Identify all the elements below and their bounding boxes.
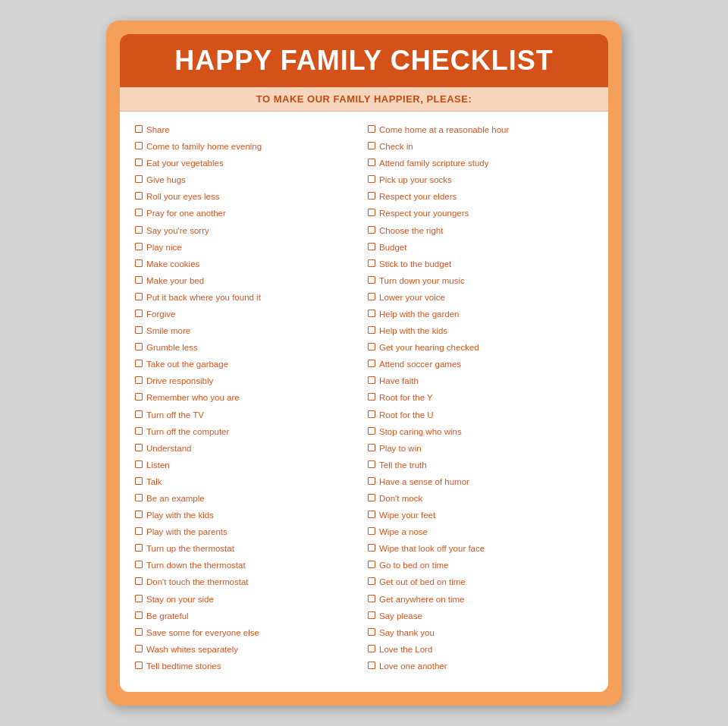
list-item: Make cookies (135, 258, 360, 270)
list-item: Listen (135, 459, 360, 471)
list-item: Have a sense of humor (368, 476, 593, 488)
left-column: ShareCome to family home eveningEat your… (135, 124, 360, 677)
checkbox-icon[interactable] (368, 410, 375, 418)
list-item: Stick to the budget (368, 258, 593, 270)
list-item: Love the Lord (368, 643, 593, 655)
list-item: Respect your elders (368, 190, 593, 203)
list-item: Love one another (368, 660, 593, 672)
checkbox-icon[interactable] (135, 276, 143, 284)
checkbox-icon[interactable] (368, 175, 375, 183)
checkbox-icon[interactable] (368, 326, 375, 334)
right-column: Come home at a reasonable hourCheck inAt… (368, 124, 593, 677)
checkbox-icon[interactable] (368, 645, 375, 652)
checkbox-icon[interactable] (368, 561, 375, 568)
checkbox-icon[interactable] (368, 477, 375, 485)
list-item: Turn up the thermostat (135, 542, 360, 555)
checkbox-icon[interactable] (368, 544, 375, 552)
list-item: Turn down the thermostat (135, 559, 360, 571)
checkbox-icon[interactable] (135, 444, 143, 451)
list-item: Talk (135, 476, 360, 488)
checkbox-icon[interactable] (135, 628, 143, 636)
checkbox-icon[interactable] (135, 209, 143, 216)
list-item: Root for the Y (368, 391, 593, 404)
checkbox-icon[interactable] (135, 477, 143, 485)
list-item: Don't mock (368, 492, 593, 504)
checkbox-icon[interactable] (135, 460, 143, 468)
list-item: Understand (135, 442, 360, 454)
checkbox-icon[interactable] (368, 427, 375, 435)
checkbox-icon[interactable] (135, 393, 143, 401)
checkbox-icon[interactable] (368, 527, 375, 535)
list-item: Turn down your music (368, 275, 593, 287)
list-item: Play with the kids (135, 509, 360, 521)
list-item: Get your hearing checked (368, 341, 593, 354)
checkbox-icon[interactable] (135, 343, 143, 350)
checkbox-icon[interactable] (135, 310, 143, 317)
checkbox-icon[interactable] (368, 192, 375, 200)
checkbox-icon[interactable] (135, 544, 143, 552)
checkbox-icon[interactable] (368, 226, 375, 234)
checkbox-icon[interactable] (135, 410, 143, 418)
checkbox-icon[interactable] (135, 595, 143, 602)
checkbox-icon[interactable] (368, 159, 375, 166)
list-item: Say you're sorry (135, 225, 360, 237)
list-item: Take out the garbage (135, 358, 360, 370)
checkbox-icon[interactable] (135, 662, 143, 669)
checkbox-icon[interactable] (368, 511, 375, 518)
checkbox-icon[interactable] (368, 310, 375, 317)
checkbox-icon[interactable] (135, 293, 143, 300)
list-item: Play nice (135, 241, 360, 253)
checkbox-icon[interactable] (368, 360, 375, 367)
checkbox-icon[interactable] (135, 577, 143, 585)
checkbox-icon[interactable] (368, 393, 375, 401)
list-item: Play with the parents (135, 526, 360, 538)
checkbox-icon[interactable] (368, 444, 375, 451)
checkbox-icon[interactable] (135, 243, 143, 250)
checkbox-icon[interactable] (368, 460, 375, 468)
checkbox-icon[interactable] (368, 376, 375, 384)
checkbox-icon[interactable] (368, 209, 375, 216)
checkbox-icon[interactable] (135, 527, 143, 535)
list-item: Check in (368, 140, 593, 152)
list-item: Pick up your socks (368, 174, 593, 186)
checkbox-icon[interactable] (368, 494, 375, 501)
checkbox-icon[interactable] (368, 276, 375, 284)
checkbox-icon[interactable] (135, 376, 143, 384)
inner-card: HAPPY FAMILY CHECKLIST TO MAKE OUR FAMIL… (120, 34, 608, 692)
checkbox-icon[interactable] (135, 159, 143, 166)
checkbox-icon[interactable] (368, 343, 375, 350)
list-item: Drive responsibly (135, 375, 360, 387)
checkbox-icon[interactable] (135, 611, 143, 619)
checkbox-icon[interactable] (368, 611, 375, 619)
checkbox-icon[interactable] (135, 192, 143, 200)
list-item: Pray for one another (135, 207, 360, 219)
checkbox-icon[interactable] (368, 243, 375, 250)
list-item: Wash whites separately (135, 643, 360, 655)
checkbox-icon[interactable] (368, 125, 375, 133)
list-item: Say please (368, 610, 593, 622)
checkbox-icon[interactable] (135, 175, 143, 183)
checkbox-icon[interactable] (368, 595, 375, 602)
list-item: Stay on your side (135, 593, 360, 605)
checkbox-icon[interactable] (135, 561, 143, 568)
checkbox-icon[interactable] (368, 577, 375, 585)
checkbox-icon[interactable] (368, 293, 375, 300)
list-item: Turn off the TV (135, 409, 360, 421)
checkbox-icon[interactable] (135, 125, 143, 133)
checkbox-icon[interactable] (368, 628, 375, 636)
checkbox-icon[interactable] (135, 142, 143, 149)
list-item: Say thank you (368, 627, 593, 639)
checkbox-icon[interactable] (135, 259, 143, 267)
checkbox-icon[interactable] (135, 645, 143, 652)
checkbox-icon[interactable] (368, 142, 375, 149)
list-item: Turn off the computer (135, 426, 360, 438)
checkbox-icon[interactable] (135, 511, 143, 518)
checkbox-icon[interactable] (368, 259, 375, 267)
list-item: Be grateful (135, 610, 360, 622)
checkbox-icon[interactable] (368, 662, 375, 669)
checkbox-icon[interactable] (135, 494, 143, 501)
checkbox-icon[interactable] (135, 360, 143, 367)
checkbox-icon[interactable] (135, 226, 143, 234)
checkbox-icon[interactable] (135, 427, 143, 435)
checkbox-icon[interactable] (135, 326, 143, 334)
